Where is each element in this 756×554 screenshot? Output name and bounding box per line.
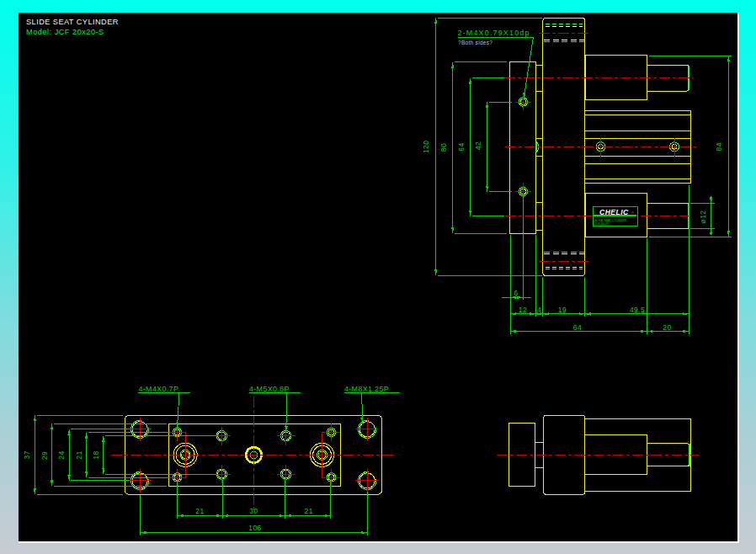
svg-text:21: 21 <box>75 450 83 459</box>
svg-text:20: 20 <box>663 323 671 332</box>
svg-text:JCF-20x20: JCF-20x20 <box>595 222 610 226</box>
svg-text:4-M5X0.8P: 4-M5X0.8P <box>249 385 290 393</box>
svg-text:4: 4 <box>537 306 541 314</box>
svg-text:24: 24 <box>57 450 66 459</box>
svg-text:?Both sides?: ?Both sides? <box>458 40 492 45</box>
svg-text:Model: JCF 20x20-S: Model: JCF 20x20-S <box>26 28 104 36</box>
svg-text:SLIDE SEAT CYLINDER: SLIDE SEAT CYLINDER <box>595 219 627 222</box>
svg-text:30: 30 <box>249 507 258 515</box>
svg-text:49.5: 49.5 <box>630 306 645 314</box>
svg-text:21: 21 <box>305 507 313 515</box>
svg-text:120: 120 <box>422 141 430 153</box>
svg-text:84: 84 <box>716 142 724 151</box>
svg-text:⌀12: ⌀12 <box>699 210 707 224</box>
svg-text:21: 21 <box>195 507 204 515</box>
svg-text:4-M4X0.7P: 4-M4X0.7P <box>139 385 179 393</box>
svg-text:29: 29 <box>40 451 49 460</box>
svg-text:12: 12 <box>519 306 527 314</box>
svg-text:18: 18 <box>92 450 100 459</box>
svg-text:6: 6 <box>514 289 518 297</box>
svg-text:®: ® <box>631 210 634 215</box>
svg-text:SLIDE SEAT CYLINDER: SLIDE SEAT CYLINDER <box>26 18 119 26</box>
svg-text:64: 64 <box>573 323 582 332</box>
svg-text:42: 42 <box>474 141 482 150</box>
svg-text:64: 64 <box>457 142 466 151</box>
svg-text:106: 106 <box>248 524 261 532</box>
svg-text:4-M8X1.25P: 4-M8X1.25P <box>344 385 389 393</box>
svg-text:80: 80 <box>439 143 448 152</box>
svg-text:2-M4X0.79X10dp: 2-M4X0.79X10dp <box>458 29 530 37</box>
svg-text:CHELIC: CHELIC <box>599 208 629 216</box>
svg-text:19: 19 <box>558 306 567 314</box>
svg-text:37: 37 <box>24 450 32 459</box>
